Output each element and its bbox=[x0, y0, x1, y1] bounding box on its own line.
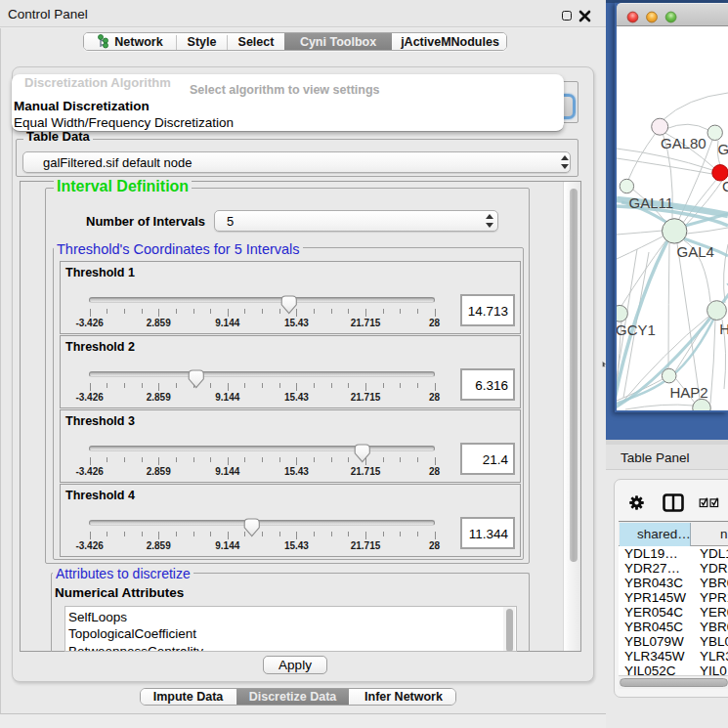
svg-text:GCY1: GCY1 bbox=[617, 321, 656, 338]
svg-text:GAL11: GAL11 bbox=[629, 194, 674, 211]
svg-text:GAL: GAL bbox=[718, 141, 728, 157]
svg-text:GAL4: GAL4 bbox=[677, 243, 714, 260]
svg-text:G: G bbox=[722, 178, 728, 194]
svg-text:HAP2: HAP2 bbox=[670, 384, 708, 401]
svg-text:HIS: HIS bbox=[719, 321, 728, 337]
svg-text:GAL80: GAL80 bbox=[661, 135, 707, 151]
